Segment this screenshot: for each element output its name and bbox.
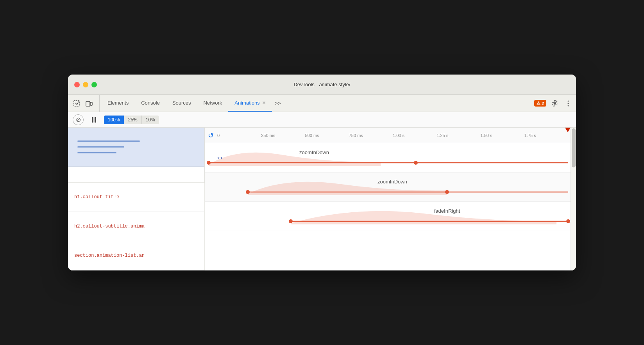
preview-line-3: [77, 152, 116, 153]
track-svg-row2: zoomInDown: [205, 172, 571, 201]
svg-text:fadeInRight: fadeInRight: [434, 208, 460, 214]
maximize-button[interactable]: [91, 82, 97, 87]
svg-point-15: [445, 190, 449, 194]
anim-track-row1: ↔ zoomInDown: [205, 143, 571, 172]
settings-button[interactable]: [549, 98, 560, 109]
more-options-button[interactable]: [564, 98, 573, 109]
preview-line-2: [77, 146, 124, 148]
pause-animations-button[interactable]: [88, 114, 99, 125]
drag-resize-arrow-row1[interactable]: ↔: [216, 153, 224, 163]
scrollbar-thumb[interactable]: [572, 128, 576, 167]
preview-line-1: [77, 140, 140, 142]
ruler-mark-500: 500 ms: [304, 133, 348, 138]
tab-close-animations[interactable]: ✕: [262, 100, 266, 105]
anim-label-row3[interactable]: section.animation-list.an: [68, 241, 205, 270]
timeline-ruler: ↺ 0 250 ms 500 ms 750 ms 1.00 s 1.25 s 1…: [205, 128, 571, 143]
animation-tracks-column: ↺ 0 250 ms 500 ms 750 ms 1.00 s 1.25 s 1…: [205, 128, 571, 270]
window-title: DevTools - animate.style/: [293, 82, 350, 87]
ruler-mark-15s: 1.50 s: [480, 133, 524, 138]
more-tabs-button[interactable]: >>: [272, 95, 284, 112]
tab-sources[interactable]: Sources: [166, 95, 197, 112]
animations-panel: ⊘ 100% 25% 10%: [68, 112, 576, 270]
animation-labels-column: h1.callout-title h2.callout-subtitle.ani…: [68, 128, 205, 270]
animation-timeline: h1.callout-title h2.callout-subtitle.ani…: [68, 128, 576, 270]
anim-label-row1[interactable]: h1.callout-title: [68, 183, 205, 212]
close-button[interactable]: [74, 82, 80, 87]
anim-track-row3: fadeInRight: [205, 202, 571, 231]
speed-100-button[interactable]: 100%: [104, 116, 124, 124]
svg-point-14: [246, 190, 250, 194]
main-toolbar: Elements Console Sources Network Animati…: [68, 95, 576, 112]
ruler-mark-125s: 1.25 s: [436, 133, 479, 138]
toolbar-icons: [71, 95, 100, 112]
traffic-lights: [74, 82, 97, 87]
tab-animations[interactable]: Animations ✕: [228, 95, 272, 112]
ruler-spacer: [68, 167, 204, 183]
svg-point-4: [568, 100, 569, 101]
ruler-marks: 0 250 ms 500 ms 750 ms 1.00 s 1.25 s 1.5…: [216, 133, 567, 138]
animations-toolbar: ⊘ 100% 25% 10%: [68, 112, 576, 128]
clear-animations-button[interactable]: ⊘: [73, 114, 84, 125]
device-mode-icon[interactable]: [84, 98, 95, 109]
ruler-mark-175s: 1.75 s: [524, 133, 567, 138]
svg-text:zoomInDown: zoomInDown: [377, 179, 407, 185]
tab-network[interactable]: Network: [197, 95, 229, 112]
anim-track-row2: zoomInDown: [205, 172, 571, 202]
error-badge[interactable]: ⚠ 2: [534, 100, 546, 107]
svg-point-18: [289, 219, 293, 223]
anim-label-row2[interactable]: h2.callout-subtitle.anima: [68, 212, 205, 241]
ruler-mark-750: 750 ms: [348, 133, 392, 138]
track-svg-row3: fadeInRight: [205, 202, 571, 231]
svg-rect-2: [90, 102, 92, 105]
devtools-window: DevTools - animate.style/: [68, 75, 576, 270]
tab-console[interactable]: Console: [135, 95, 166, 112]
speed-10-button[interactable]: 10%: [142, 116, 159, 124]
svg-text:zoomInDown: zoomInDown: [299, 149, 329, 155]
animation-preview: [68, 128, 204, 167]
tab-elements[interactable]: Elements: [101, 95, 135, 112]
svg-point-5: [568, 103, 569, 104]
ruler-mark-1s: 1.00 s: [392, 133, 436, 138]
ruler-mark-0: 0: [216, 133, 260, 138]
inspector-icon[interactable]: [71, 98, 82, 109]
svg-rect-1: [86, 101, 90, 106]
speed-25-button[interactable]: 25%: [124, 116, 142, 124]
scrollbar[interactable]: [571, 128, 576, 270]
animation-tracks: ↔ zoomInDown: [205, 143, 571, 231]
ruler-mark-250: 250 ms: [260, 133, 304, 138]
timeline-cursor[interactable]: [565, 128, 571, 143]
speed-controls: 100% 25% 10%: [104, 116, 159, 124]
devtools-panel: Elements Console Sources Network Animati…: [68, 95, 576, 270]
svg-point-10: [207, 161, 211, 165]
svg-point-6: [568, 105, 569, 106]
titlebar: DevTools - animate.style/: [68, 75, 576, 95]
svg-point-19: [566, 219, 570, 223]
tabs-container: Elements Console Sources Network Animati…: [101, 95, 531, 112]
toolbar-right: ⚠ 2: [531, 95, 573, 112]
replay-button[interactable]: ↺: [208, 131, 214, 140]
svg-point-3: [554, 103, 556, 104]
minimize-button[interactable]: [83, 82, 88, 87]
track-svg-row1: zoomInDown: [205, 143, 571, 172]
svg-point-11: [414, 161, 418, 165]
